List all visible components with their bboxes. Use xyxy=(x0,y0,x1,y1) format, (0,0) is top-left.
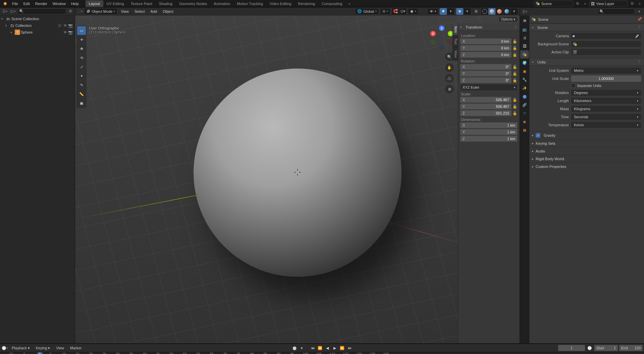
viewport-options-button[interactable]: Options ▾ xyxy=(499,17,518,22)
playhead[interactable]: 1 xyxy=(40,352,41,354)
ptab-physics[interactable]: ⬤ xyxy=(520,92,529,100)
workspace-tab-motiontrack[interactable]: Motion Tracking xyxy=(233,0,266,7)
scale-x-field[interactable]: X506.467 xyxy=(460,97,512,103)
ptab-viewlayer[interactable]: 🖼 xyxy=(520,42,529,50)
lock-icon[interactable]: 🔓 xyxy=(512,72,518,76)
workspace-tab-videoedit[interactable]: Video Editing xyxy=(266,0,295,7)
shading-wireframe[interactable] xyxy=(481,8,488,15)
camera-view-button-icon[interactable]: 🎥 xyxy=(445,74,454,83)
units-section-header[interactable]: ▾ Units ⠿ xyxy=(529,58,644,66)
mass-unit-dropdown[interactable]: Kilograms▾ xyxy=(571,105,641,112)
viewport-menu-add[interactable]: Add xyxy=(148,9,160,13)
workspace-tab-uv[interactable]: UV Editing xyxy=(103,0,127,7)
viewlayer-name-input[interactable] xyxy=(596,2,626,6)
dim-y-field[interactable]: Y1 km xyxy=(460,129,518,135)
snap-toggle-icon[interactable]: 🧲 xyxy=(392,8,399,15)
disable-render-icon[interactable]: 📷 xyxy=(68,30,73,35)
transform-orientation-dropdown[interactable]: 🌐 Global ▾ xyxy=(355,8,379,15)
use-preview-range-icon[interactable]: 🕐 xyxy=(586,345,593,351)
shading-material[interactable] xyxy=(496,8,503,15)
timeline-menu-view[interactable]: View xyxy=(54,346,66,350)
gizmo-axis-neg-y[interactable] xyxy=(430,40,436,45)
scene-delete-button[interactable]: × xyxy=(582,1,588,7)
outliner-display-mode-icon[interactable]: 🗀 xyxy=(9,8,16,15)
temperature-unit-dropdown[interactable]: Kelvin▾ xyxy=(571,122,641,128)
outliner-editor-type-icon[interactable]: ☰ xyxy=(1,8,8,15)
tool-measure[interactable]: 📏 xyxy=(77,90,86,98)
timeline-editor-type-icon[interactable]: 🕐 xyxy=(1,345,8,351)
autokey-dropdown[interactable]: ▾ xyxy=(299,345,305,351)
gizmo-dropdown[interactable]: ▾ xyxy=(447,8,454,15)
rotation-y-field[interactable]: Y0° xyxy=(460,71,512,77)
scale-y-field[interactable]: Y506.467 xyxy=(460,103,512,109)
viewlayer-selector[interactable]: 🖼 xyxy=(589,1,628,7)
tool-transform[interactable]: ✦ xyxy=(77,72,86,80)
workspace-tab-rendering[interactable]: Rendering xyxy=(294,0,318,7)
separate-units-checkbox[interactable] xyxy=(571,83,576,88)
location-x-field[interactable]: X0 km xyxy=(460,38,512,44)
ptab-modifiers[interactable]: 🔧 xyxy=(520,76,529,84)
workspace-add-button[interactable]: + xyxy=(345,2,353,6)
keying-sets-section-header[interactable]: ▸ Keying Sets xyxy=(529,139,644,147)
npanel-tab-tool[interactable]: Tool xyxy=(453,36,458,47)
tree-row-sphere[interactable]: ▸ ▽ Sphere 👁 📷 xyxy=(0,29,75,36)
workspace-tab-layout[interactable]: Layout xyxy=(86,0,103,7)
unit-scale-field[interactable]: 1.000000 xyxy=(571,75,641,82)
custom-props-section-header[interactable]: ▸ Custom Properties xyxy=(529,163,644,170)
menu-render[interactable]: Render xyxy=(33,0,50,7)
gravity-section-header[interactable]: ▸ Gravity xyxy=(529,131,644,139)
npanel-transform-header[interactable]: ▾ Transform ⠿ xyxy=(458,24,520,31)
scene-selector[interactable]: 🎭 xyxy=(534,1,573,7)
timeline-menu-playback[interactable]: Playback ▾ xyxy=(9,346,32,350)
snap-type-dropdown[interactable]: ⊡▾ xyxy=(399,8,407,15)
menu-help[interactable]: Help xyxy=(68,0,82,7)
timeline-menu-marker[interactable]: Marker xyxy=(68,346,84,350)
rotation-unit-dropdown[interactable]: Degrees▾ xyxy=(571,89,641,96)
properties-search[interactable]: 🔍 xyxy=(598,8,635,14)
workspace-tab-compositing[interactable]: Compositing xyxy=(318,0,345,7)
lock-icon[interactable]: 🔓 xyxy=(512,65,518,69)
viewport-editor-type-icon[interactable]: ⬚ xyxy=(76,8,83,15)
start-frame-field[interactable]: Start1 xyxy=(594,345,618,351)
autokey-toggle-icon[interactable]: ⬤ xyxy=(291,345,298,351)
jump-start-icon[interactable]: ⏮ xyxy=(309,345,316,351)
menu-window[interactable]: Window xyxy=(50,0,68,7)
overlays-dropdown[interactable]: ▾ xyxy=(464,8,471,15)
jump-end-icon[interactable]: ⏭ xyxy=(346,345,353,351)
shading-dropdown[interactable]: ▾ xyxy=(511,8,518,15)
visibility-dropdown[interactable]: 👁▾ xyxy=(427,8,438,15)
pivot-point-dropdown[interactable]: ⊙▾ xyxy=(380,8,390,15)
disable-render-icon[interactable]: 📷 xyxy=(68,24,73,28)
properties-editor-type-icon[interactable]: ☰ xyxy=(521,8,528,15)
show-gizmo-toggle[interactable]: ✥ xyxy=(440,8,447,15)
ptab-data[interactable]: ▽ xyxy=(520,109,529,117)
current-frame-field[interactable]: 1 xyxy=(558,345,585,351)
outliner-filter-icon[interactable]: ⚙ xyxy=(67,9,73,13)
ptab-texture[interactable]: ▦ xyxy=(520,126,529,134)
audio-section-header[interactable]: ▸ Audio xyxy=(529,147,644,155)
ptab-tool[interactable]: 🛠 xyxy=(520,17,529,25)
gravity-checkbox[interactable] xyxy=(536,133,540,138)
ptab-particles[interactable]: ✨ xyxy=(520,84,529,92)
ptab-render[interactable]: 📺 xyxy=(520,25,529,33)
tool-add-primitive[interactable]: ▣ xyxy=(77,99,86,107)
hide-viewport-icon[interactable]: 👁 xyxy=(63,30,67,35)
unit-system-dropdown[interactable]: Metric▾ xyxy=(571,67,641,74)
lock-icon[interactable]: 🔓 xyxy=(512,39,518,44)
workspace-tab-animation[interactable]: Animation xyxy=(210,0,233,7)
tool-cursor[interactable]: ✛ xyxy=(77,35,86,44)
menu-edit[interactable]: Edit xyxy=(21,0,33,7)
tree-row-collection[interactable]: ▾ 🗀 Collection ☑ 👁 📷 xyxy=(0,22,75,29)
perspective-toggle-icon[interactable]: ⊞ xyxy=(445,85,454,93)
rotation-x-field[interactable]: X0° xyxy=(460,64,512,70)
outliner-tree[interactable]: ▾ 🗁 Scene Collection ▾ 🗀 Collection ☑ 👁 … xyxy=(0,15,75,343)
timeline-ruler[interactable]: -10-515101520253035404550556065707580859… xyxy=(0,352,644,354)
show-overlays-toggle[interactable]: ⊕ xyxy=(456,8,464,15)
keyframe-prev-icon[interactable]: ⏪ xyxy=(317,345,323,351)
ptab-scene[interactable]: 🎭 xyxy=(520,50,529,58)
play-reverse-icon[interactable]: ◀ xyxy=(324,345,331,351)
ptab-constraints[interactable]: 🔗 xyxy=(520,101,529,109)
shading-solid[interactable] xyxy=(488,8,496,15)
dim-z-field[interactable]: Z1 km xyxy=(460,136,518,142)
npanel-tab-item[interactable]: Item xyxy=(453,24,458,36)
